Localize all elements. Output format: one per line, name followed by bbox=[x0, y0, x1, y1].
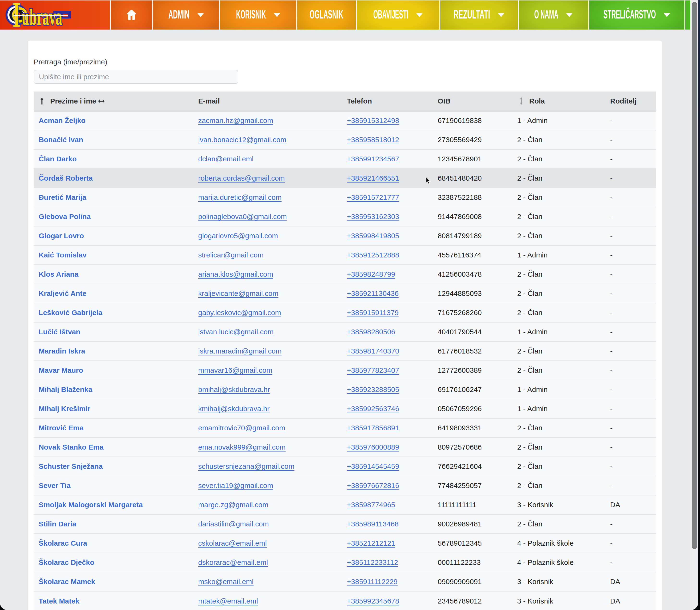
member-email-link[interactable]: dclan@email.eml bbox=[198, 155, 254, 163]
member-email-link[interactable]: dskorarac@email.eml bbox=[198, 558, 268, 566]
header-roditelj[interactable]: Roditelj bbox=[605, 92, 656, 111]
member-name-link[interactable]: Đuretić Marija bbox=[39, 193, 86, 201]
member-phone-link[interactable]: +38598774965 bbox=[347, 501, 395, 509]
member-email-link[interactable]: marija.duretic@gmail.com bbox=[198, 193, 282, 201]
member-name-link[interactable]: Školarac Dječko bbox=[39, 558, 94, 566]
member-email-link[interactable]: iskra.maradin@gmail.com bbox=[198, 347, 282, 355]
header-rola[interactable]: Rola bbox=[512, 92, 605, 111]
member-email-link[interactable]: roberta.cordas@gmail.com bbox=[198, 174, 285, 182]
member-email-link[interactable]: cskolarac@email.eml bbox=[198, 539, 267, 547]
member-phone-link[interactable]: +385112233112 bbox=[347, 558, 398, 566]
member-email-link[interactable]: glogarlovro5@gmail.com bbox=[198, 232, 278, 240]
member-email-link[interactable]: polinaglebova0@gmail.com bbox=[198, 212, 287, 221]
member-phone-link[interactable]: +385923288505 bbox=[347, 385, 399, 394]
member-name-link[interactable]: Član Darko bbox=[39, 155, 77, 163]
header-telefon[interactable]: Telefon bbox=[342, 92, 433, 111]
member-phone-link[interactable]: +385915721777 bbox=[347, 193, 399, 201]
member-phone-link[interactable]: +385976000889 bbox=[347, 443, 399, 451]
member-phone-link[interactable]: +385992563746 bbox=[347, 405, 399, 413]
scrollbar-track[interactable] bbox=[690, 0, 698, 610]
member-phone-link[interactable]: +385977823407 bbox=[347, 366, 399, 374]
nav-oglasnik[interactable]: OGLASNIK bbox=[296, 0, 356, 30]
member-email-link[interactable]: ariana.klos@gmail.com bbox=[198, 270, 273, 278]
header-prezime-i-ime[interactable]: Prezime i ime bbox=[34, 92, 193, 111]
member-phone-link[interactable]: +385998419805 bbox=[347, 232, 399, 240]
nav-onama[interactable]: O NAMA bbox=[518, 0, 588, 30]
member-name-link[interactable]: Kraljević Ante bbox=[39, 289, 86, 297]
search-input[interactable] bbox=[34, 70, 238, 84]
member-name-link[interactable]: Smoljak Malogorski Margareta bbox=[39, 501, 143, 509]
member-email-link[interactable]: ema.novak999@gmail.com bbox=[198, 443, 286, 451]
member-email-link[interactable]: kmihalj@skdubrava.hr bbox=[198, 405, 270, 413]
member-email-link[interactable]: gaby.leskovic@gmail.com bbox=[198, 309, 281, 317]
member-name-link[interactable]: Maradin Iskra bbox=[39, 347, 85, 355]
member-name-link[interactable]: Mihalj Blaženka bbox=[39, 385, 92, 394]
member-phone-link[interactable]: +385992345678 bbox=[347, 597, 399, 605]
member-phone-link[interactable]: +385911112229 bbox=[347, 578, 398, 585]
member-phone-link[interactable]: +385914545459 bbox=[347, 462, 399, 470]
member-name-link[interactable]: Schuster Snježana bbox=[39, 462, 103, 470]
member-email-link[interactable]: schustersnjezana@gmail.com bbox=[198, 462, 295, 470]
member-phone-link[interactable]: +385915312498 bbox=[347, 116, 399, 124]
member-name-link[interactable]: Bonačić Ivan bbox=[39, 136, 83, 144]
member-name-link[interactable]: Tatek Matek bbox=[39, 597, 80, 605]
member-name-link[interactable]: Novak Stanko Ema bbox=[39, 443, 104, 451]
member-email-link[interactable]: mmavar16@gmail.com bbox=[198, 366, 272, 374]
member-name-link[interactable]: Glogar Lovro bbox=[39, 232, 84, 240]
member-email-link[interactable]: mtatek@email.eml bbox=[198, 597, 258, 605]
member-name-link[interactable]: Lučić Ištvan bbox=[39, 328, 80, 336]
member-phone-link[interactable]: +385958518012 bbox=[347, 136, 399, 144]
member-phone-link[interactable]: +385912512888 bbox=[347, 251, 399, 259]
member-name-link[interactable]: Školarac Cura bbox=[39, 539, 87, 547]
member-email-link[interactable]: dariastilin@gmail.com bbox=[198, 520, 269, 528]
member-email-link[interactable]: emamitrovic70@gmail.com bbox=[198, 424, 285, 432]
member-phone-link[interactable]: +385921130436 bbox=[347, 289, 399, 297]
member-name-link[interactable]: Stilin Daria bbox=[39, 520, 76, 528]
member-email-link[interactable]: marge.zg@gmail.com bbox=[198, 501, 268, 509]
nav-korisnik[interactable]: KORISNIK bbox=[219, 0, 296, 30]
nav-admin[interactable]: ADMIN bbox=[152, 0, 219, 30]
nav-obavijesti[interactable]: OBAVIJESTI bbox=[356, 0, 439, 30]
member-email-link[interactable]: bmihalj@skdubrava.hr bbox=[198, 385, 270, 394]
member-phone-link[interactable]: +385915911379 bbox=[347, 309, 399, 317]
brand-logo[interactable]: ubrava bbox=[0, 0, 110, 30]
member-name-link[interactable]: Kaić Tomislav bbox=[39, 251, 87, 259]
header-email[interactable]: E-mail bbox=[193, 92, 342, 111]
header-oib[interactable]: OIB bbox=[433, 92, 512, 111]
member-phone-link[interactable]: +385976672816 bbox=[347, 482, 399, 489]
member-name-link[interactable]: Klos Ariana bbox=[39, 270, 79, 278]
member-name-link[interactable]: Mitrović Ema bbox=[39, 424, 84, 432]
nav-home[interactable] bbox=[110, 0, 152, 30]
member-phone-link[interactable]: +385921466551 bbox=[347, 174, 399, 182]
nav-rezultati[interactable]: REZULTATI bbox=[439, 0, 518, 30]
member-phone-link[interactable]: +385989113468 bbox=[347, 520, 399, 528]
member-email-link[interactable]: strelicar@gmail.com bbox=[198, 251, 264, 259]
sort-both-icon[interactable] bbox=[520, 97, 523, 105]
member-phone-link[interactable]: +385953162303 bbox=[347, 212, 399, 221]
member-name-link[interactable]: Čordaš Roberta bbox=[39, 174, 93, 182]
member-email-link[interactable]: msko@email.eml bbox=[198, 578, 254, 585]
member-email-link[interactable]: ivan.bonacic12@gmail.com bbox=[198, 136, 286, 144]
member-name-link[interactable]: Acman Željko bbox=[39, 116, 85, 124]
member-phone-link[interactable]: +38598280506 bbox=[347, 328, 395, 336]
member-name-link[interactable]: Mavar Mauro bbox=[39, 366, 83, 374]
member-name-link[interactable]: Lešković Gabrijela bbox=[39, 309, 102, 317]
nav-strelicarstvo[interactable]: STRELIČARSTVO bbox=[588, 0, 684, 30]
member-phone-link[interactable]: +385917856891 bbox=[347, 424, 399, 432]
member-email-link[interactable]: zacman.hz@gmail.com bbox=[198, 116, 273, 124]
member-phone-link[interactable]: +385991234567 bbox=[347, 155, 399, 163]
sort-asc-icon[interactable] bbox=[40, 97, 44, 105]
scrollbar-thumb[interactable] bbox=[692, 2, 697, 549]
member-oib: 12345678901 bbox=[433, 149, 512, 168]
member-name-link[interactable]: Školarac Mamek bbox=[39, 578, 95, 585]
member-name-link[interactable]: Glebova Polina bbox=[39, 212, 91, 221]
member-name-link[interactable]: Mihalj Krešimir bbox=[39, 405, 90, 413]
member-name-link[interactable]: Sever Tia bbox=[39, 482, 70, 489]
member-email-link[interactable]: kraljevicante@gmail.com bbox=[198, 289, 279, 297]
member-phone-link[interactable]: +38598248799 bbox=[347, 270, 395, 278]
member-email-link[interactable]: sever.tia19@gmail.com bbox=[198, 482, 273, 489]
column-resize-icon[interactable] bbox=[98, 99, 105, 103]
member-phone-link[interactable]: +385981740370 bbox=[347, 347, 399, 355]
member-email-link[interactable]: istvan.lucic@gmail.com bbox=[198, 328, 274, 336]
member-phone-link[interactable]: +38521212121 bbox=[347, 539, 395, 547]
